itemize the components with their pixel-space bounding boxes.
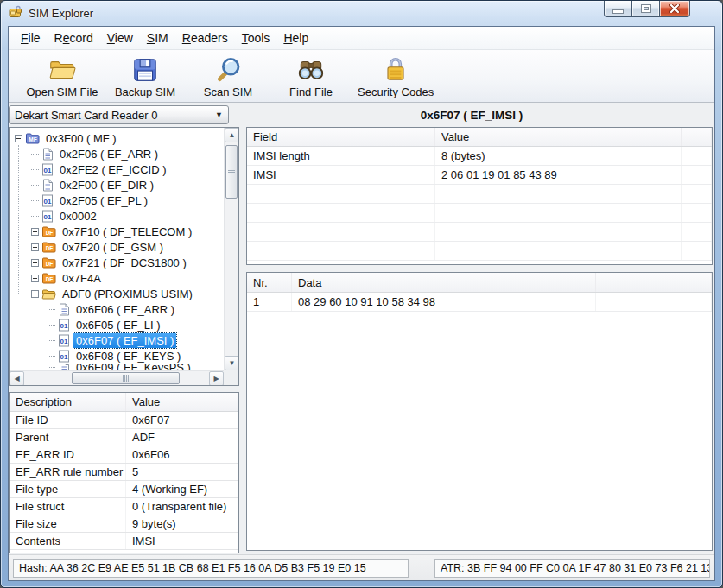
toolbar-button-label: Backup SIM bbox=[115, 85, 175, 98]
left-column: MF 0x3F00 ( MF ) 0x2F06 ( EF_ARR ) 01 0x… bbox=[9, 127, 239, 554]
tree-item[interactable]: 0x2F00 ( EF_DIR ) bbox=[10, 177, 224, 193]
table-cell: 0 (Transparent file) bbox=[126, 498, 238, 515]
tree-item-label: 0x7F4A bbox=[60, 271, 104, 286]
svg-text:01: 01 bbox=[44, 213, 52, 221]
tree-item[interactable]: DF 0x7F20 ( DF_GSM ) bbox=[10, 239, 224, 255]
app-icon bbox=[9, 5, 23, 22]
tree-item[interactable]: 01 0x0002 bbox=[10, 208, 224, 224]
toolbar-security-codes-button[interactable]: Security Codes bbox=[352, 54, 439, 99]
table-row[interactable]: 108 29 60 10 91 10 58 34 98 bbox=[247, 293, 712, 312]
menu-record[interactable]: Record bbox=[48, 28, 100, 47]
table-row[interactable]: EF_ARR ID0x6F06 bbox=[10, 446, 238, 464]
table-cell: Contents bbox=[10, 533, 126, 549]
table-row[interactable]: EF_ARR rule number5 bbox=[10, 464, 238, 481]
tree-item-label: 0x0002 bbox=[57, 209, 99, 224]
empty-row bbox=[247, 185, 712, 204]
close-button[interactable] bbox=[659, 1, 690, 17]
menu-readers[interactable]: Readers bbox=[175, 28, 235, 47]
horizontal-scroll-track[interactable] bbox=[24, 371, 209, 385]
scroll-down-icon[interactable]: ▼ bbox=[225, 356, 239, 370]
tree-item-label: 0x6F08 ( EF_KEYS ) bbox=[73, 349, 183, 364]
toolbar-button-label: Scan SIM bbox=[204, 85, 252, 98]
tree-item[interactable]: DF 0x7F21 ( DF_DCS1800 ) bbox=[10, 255, 224, 270]
floppy-disk-icon bbox=[130, 55, 160, 85]
reader-select[interactable]: Dekart Smart Card Reader 0 ▼ bbox=[9, 105, 229, 124]
svg-text:DF: DF bbox=[46, 261, 54, 267]
table-cell: File type bbox=[10, 481, 126, 497]
minimize-button[interactable] bbox=[604, 1, 631, 17]
tree-item[interactable]: 01 0x2FE2 ( EF_ICCID ) bbox=[10, 161, 224, 177]
minimize-icon bbox=[613, 10, 623, 13]
tree-item[interactable]: 01 0x6F08 ( EF_KEYS ) bbox=[10, 348, 224, 364]
tree-horizontal-scrollbar[interactable]: ◀ ▶ bbox=[10, 370, 224, 385]
tree-item-label: 0x2F05 ( EF_PL ) bbox=[57, 193, 150, 208]
table-cell: 2 06 01 19 01 85 43 89 bbox=[435, 166, 682, 184]
toolbar-find-file-button[interactable]: Find File bbox=[270, 54, 352, 99]
maximize-button[interactable] bbox=[631, 1, 659, 17]
tree-connector bbox=[48, 309, 55, 310]
tree-expander-plus[interactable] bbox=[31, 228, 39, 236]
svg-text:01: 01 bbox=[60, 322, 68, 330]
tree-expander-minus[interactable] bbox=[31, 290, 39, 298]
tree-item[interactable]: 0x6F06 ( EF_ARR ) bbox=[10, 301, 224, 317]
column-header: Value bbox=[435, 128, 682, 146]
vertical-scroll-thumb[interactable] bbox=[225, 145, 238, 199]
toolbar: Open SIM File Backup SIM Scan SIM Find F… bbox=[9, 50, 714, 103]
table-cell: IMSI bbox=[126, 533, 238, 549]
scrollbar-corner bbox=[224, 370, 238, 385]
scroll-right-icon[interactable]: ▶ bbox=[209, 371, 224, 386]
toolbar-backup-sim-button[interactable]: Backup SIM bbox=[104, 54, 187, 99]
record-data-table: Nr.Data108 29 60 10 91 10 58 34 98 bbox=[246, 272, 713, 551]
tree-item[interactable]: 0x6F09 ( EF_KeysPS ) bbox=[10, 364, 224, 370]
tree-vertical-scrollbar[interactable]: ▲ ▼ bbox=[224, 128, 238, 370]
padlock-icon bbox=[381, 55, 410, 85]
table-row[interactable]: File size9 byte(s) bbox=[10, 515, 238, 533]
tree-item[interactable]: 01 0x2F05 ( EF_PL ) bbox=[10, 193, 224, 208]
table-cell bbox=[682, 166, 712, 184]
toolbar-open-sim-file-button[interactable]: Open SIM File bbox=[21, 54, 104, 99]
table-row[interactable]: File ID0x6F07 bbox=[10, 412, 238, 429]
tree-expander-minus[interactable] bbox=[15, 135, 22, 142]
tree-item[interactable]: 01 0x6F07 ( EF_IMSI ) bbox=[10, 332, 224, 348]
table-row[interactable]: File struct0 (Transparent file) bbox=[10, 498, 238, 515]
table-cell: 8 (bytes) bbox=[435, 147, 682, 165]
svg-text:DF: DF bbox=[46, 245, 54, 251]
scroll-left-icon[interactable]: ◀ bbox=[10, 371, 24, 386]
tree-item[interactable]: ADF0 (PROXIMUS USIM) bbox=[10, 286, 224, 301]
hash-status: Hash: AA 36 2C E9 AE E5 51 1B CB 68 E1 F… bbox=[13, 559, 409, 578]
table-cell: 08 29 60 10 91 10 58 34 98 bbox=[292, 293, 596, 311]
menu-sim[interactable]: SIM bbox=[140, 28, 175, 47]
tree-connector bbox=[31, 200, 39, 201]
selected-file-title: 0x6F07 ( EF_IMSI ) bbox=[229, 109, 714, 122]
tree-item[interactable]: DF 0x7F10 ( DF_TELECOM ) bbox=[10, 224, 224, 239]
tree-expander-plus[interactable] bbox=[31, 275, 39, 282]
menu-tools[interactable]: Tools bbox=[235, 28, 277, 47]
menu-file[interactable]: File bbox=[14, 28, 48, 47]
table-cell: File ID bbox=[10, 412, 126, 428]
menu-help[interactable]: Help bbox=[276, 28, 315, 47]
table-row[interactable]: ContentsIMSI bbox=[10, 533, 238, 550]
table-cell bbox=[596, 293, 712, 311]
scroll-up-icon[interactable]: ▲ bbox=[225, 128, 239, 142]
tree-item[interactable]: DF 0x7F4A bbox=[10, 270, 224, 286]
column-header: Value bbox=[126, 393, 238, 411]
table-cell bbox=[682, 147, 712, 165]
tree-item[interactable]: 01 0x6F05 ( EF_LI ) bbox=[10, 317, 224, 332]
tree-item[interactable]: MF 0x3F00 ( MF ) bbox=[10, 130, 224, 146]
table-row[interactable]: File type4 (Working EF) bbox=[10, 481, 238, 498]
toolbar-scan-sim-button[interactable]: Scan SIM bbox=[187, 54, 270, 99]
table-row[interactable]: ParentADF bbox=[10, 429, 238, 446]
empty-row bbox=[247, 223, 712, 242]
tree-connector bbox=[48, 367, 55, 368]
tree-item[interactable]: 0x2F06 ( EF_ARR ) bbox=[10, 146, 224, 161]
status-bar: Hash: AA 36 2C E9 AE E5 51 1B CB 68 E1 F… bbox=[9, 554, 714, 580]
table-row[interactable]: IMSI2 06 01 19 01 85 43 89 bbox=[247, 166, 712, 185]
tree-expander-plus[interactable] bbox=[31, 259, 39, 267]
table-header: Nr.Data bbox=[247, 273, 712, 293]
tree-expander-plus[interactable] bbox=[31, 243, 39, 251]
table-cell: 4 (Working EF) bbox=[126, 481, 238, 497]
menu-view[interactable]: View bbox=[100, 28, 140, 47]
table-row[interactable]: IMSI length8 (bytes) bbox=[247, 147, 712, 166]
svg-text:01: 01 bbox=[44, 198, 52, 205]
horizontal-scroll-thumb[interactable] bbox=[72, 372, 180, 384]
